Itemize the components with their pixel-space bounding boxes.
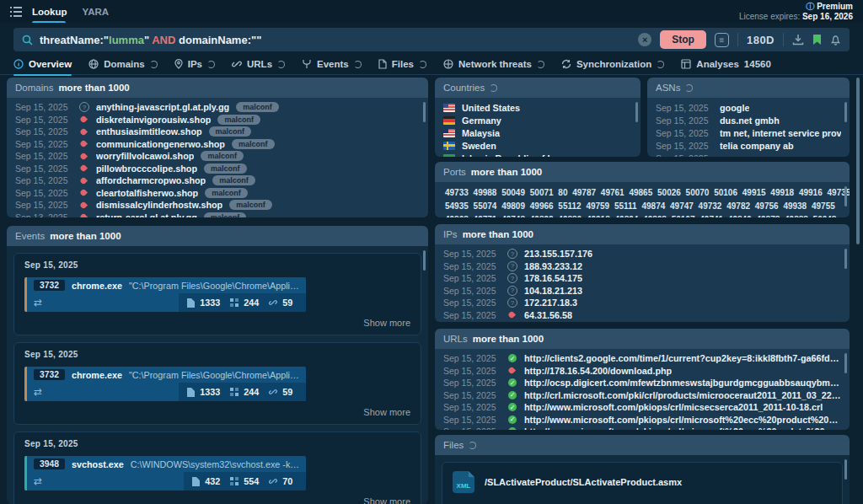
- tab-domains[interactable]: Domains: [88, 54, 158, 75]
- tab-files[interactable]: Files: [378, 54, 426, 75]
- country-row[interactable]: Germany: [435, 114, 641, 126]
- malconf-badge[interactable]: malconf: [201, 151, 244, 161]
- country-row[interactable]: United States: [435, 101, 641, 114]
- domain-row[interactable]: Sep 15, 2025 diskretainvigorousiw.shop m…: [7, 114, 428, 126]
- domain-row[interactable]: Sep 15, 2025 dismissalcylinderhostw.shop…: [7, 199, 428, 212]
- asn-row[interactable]: Sep 15, 2025 dus.net gmbh: [647, 114, 850, 126]
- url-row[interactable]: Sep 15, 2025 http://178.16.54.200/downlo…: [435, 365, 850, 378]
- url-row[interactable]: Sep 15, 2025 http://www.microsoft.com/pk…: [435, 414, 850, 426]
- period-selector[interactable]: 180D: [747, 34, 775, 46]
- ip-row[interactable]: Sep 15, 2025 172.217.18.3: [435, 297, 850, 309]
- malconf-badge[interactable]: malconf: [205, 188, 248, 198]
- url-row[interactable]: Sep 15, 2025 http://clients2.google.com/…: [435, 352, 850, 365]
- domain-row[interactable]: Sep 15, 2025 enthusiasimtitleow.shop mal…: [7, 126, 428, 138]
- panel-scrollbar[interactable]: [844, 459, 847, 480]
- license-label: License expires:: [739, 12, 800, 21]
- ip-row[interactable]: Sep 15, 2025 64.31.56.58: [435, 309, 850, 322]
- tab-events[interactable]: Events: [302, 54, 362, 75]
- search-bar[interactable]: threatName:"lumma" AND domainName:"" × S…: [13, 28, 850, 51]
- malconf-badge[interactable]: malconf: [229, 200, 272, 210]
- panel-scrollbar[interactable]: [844, 186, 847, 206]
- ip-row[interactable]: Sep 15, 2025 188.93.233.12: [435, 260, 850, 273]
- panel-scrollbar[interactable]: [423, 250, 426, 271]
- show-more-link[interactable]: Show more: [24, 496, 410, 504]
- file-card[interactable]: XML /SLActivateProduct/SLActivateProduct…: [442, 462, 843, 504]
- process-row[interactable]: 3732 chrome.exe "C:\Program Files\Google…: [24, 277, 306, 312]
- xml-file-icon: XML: [453, 471, 474, 493]
- malconf-badge[interactable]: malconf: [209, 126, 252, 137]
- domain-row[interactable]: Sep 15, 2025 affordcharmcropwo.shop malc…: [7, 174, 428, 187]
- malconf-badge[interactable]: malconf: [204, 164, 247, 174]
- page-scrollbar[interactable]: [856, 78, 860, 244]
- panel-scrollbar[interactable]: [844, 353, 847, 373]
- panel-scrollbar[interactable]: [844, 249, 847, 269]
- search-input[interactable]: threatName:"lumma" AND domainName:"": [40, 34, 630, 46]
- nav-lookup[interactable]: Lookup: [32, 0, 67, 23]
- download-icon[interactable]: [792, 34, 804, 46]
- domain-row[interactable]: Sep 15, 2025 cleartotalfisherwo.shop mal…: [7, 187, 428, 200]
- bookmark-icon[interactable]: [812, 34, 822, 46]
- domain-row[interactable]: Sep 13, 2025 return-carol.gl.at.ply.gg m…: [7, 212, 428, 218]
- tab-bar: Overview Domains IPs URLs Events Files N…: [0, 54, 863, 75]
- swap-arrows-icon: ⇄: [27, 297, 42, 308]
- country-row[interactable]: Islamic Republic of Iran: [435, 152, 641, 157]
- sync-icon: [561, 59, 571, 69]
- file-path: /SLActivateProduct/SLActivateProduct.asm…: [485, 477, 682, 487]
- bell-icon[interactable]: [830, 34, 841, 46]
- malconf-badge[interactable]: malconf: [217, 115, 260, 125]
- tab-synchronization[interactable]: Synchronization: [561, 54, 664, 75]
- clear-search-icon[interactable]: ×: [638, 33, 651, 46]
- tab-urls[interactable]: URLs: [232, 54, 285, 75]
- url-row[interactable]: Sep 15, 2025 http://crl.microsoft.com/pk…: [435, 389, 850, 402]
- malconf-badge[interactable]: malconf: [236, 102, 279, 112]
- url-row[interactable]: Sep 15, 2025 http://www.microsoft.com/pk…: [435, 426, 850, 430]
- query-report-icon[interactable]: ≡: [715, 33, 729, 47]
- malconf-badge[interactable]: malconf: [204, 212, 247, 217]
- domain-row[interactable]: Sep 15, 2025 anything-javascript.gl.at.p…: [7, 101, 428, 114]
- query-token: lumma: [109, 34, 144, 46]
- panel-scrollbar[interactable]: [423, 102, 426, 122]
- query-token: domainName:"": [175, 34, 261, 46]
- ip-row[interactable]: Sep 15, 2025 213.155.157.176: [435, 248, 850, 260]
- show-more-link[interactable]: Show more: [24, 407, 410, 417]
- asn-row[interactable]: Sep 15, 2025 telia company ab: [647, 139, 850, 152]
- ports-row[interactable]: 49733 49988 50049 50071 80 49787 49761 4…: [435, 186, 850, 200]
- asn-row[interactable]: Sep 15, 2025 tm net, internet service pr…: [647, 126, 850, 139]
- files-count-icon: [187, 298, 195, 308]
- modules-count: 244: [244, 387, 259, 397]
- panel-scrollbar[interactable]: [844, 102, 847, 122]
- country-flag-icon: [443, 104, 455, 112]
- event-date: Sep 15, 2025: [24, 260, 410, 270]
- domain-row[interactable]: Sep 15, 2025 communicationgenerwo.shop m…: [7, 138, 428, 151]
- tab-network-threats[interactable]: Network threats: [443, 54, 544, 75]
- country-row[interactable]: Sweden: [435, 139, 641, 152]
- ports-row[interactable]: 49868 49771 49748 49892 49886 49918 4989…: [435, 213, 850, 217]
- domain-row[interactable]: Sep 15, 2025 worryfillvolcawoi.shop malc…: [7, 150, 428, 163]
- url-row[interactable]: Sep 15, 2025 http://www.microsoft.com/pk…: [435, 401, 850, 414]
- ip-row[interactable]: Sep 15, 2025 178.16.54.175: [435, 272, 850, 285]
- show-more-link[interactable]: Show more: [24, 318, 410, 328]
- ports-row[interactable]: 54935 55074 49809 49966 55112 49759 5511…: [435, 200, 850, 213]
- ip-row[interactable]: Sep 15, 2025 198.16.70.82: [435, 321, 850, 322]
- process-row[interactable]: 3948 svchost.exe C:\WINDOWS\system32\svc…: [24, 456, 306, 491]
- malconf-badge[interactable]: malconf: [232, 139, 275, 149]
- domain-row[interactable]: Sep 15, 2025 pillowbrocccolipe.shop malc…: [7, 163, 428, 175]
- domain-value: worryfillvolcawoi.shop: [96, 151, 194, 161]
- ip-row[interactable]: Sep 15, 2025 104.18.21.213: [435, 285, 850, 298]
- country-row[interactable]: Malaysia: [435, 126, 641, 139]
- tab-overview[interactable]: Overview: [13, 54, 72, 75]
- nav-yara[interactable]: YARA: [83, 0, 110, 23]
- panel-scrollbar[interactable]: [635, 102, 638, 122]
- asn-row[interactable]: Sep 15, 2025: [647, 152, 850, 157]
- stop-button[interactable]: Stop: [660, 30, 706, 49]
- countries-panel-header: Countries: [435, 78, 641, 98]
- process-row[interactable]: 3732 chrome.exe "C:\Program Files\Google…: [24, 367, 306, 401]
- tab-analyses[interactable]: Analyses 14560: [681, 54, 771, 75]
- tab-ips[interactable]: IPs: [174, 54, 215, 75]
- malconf-badge[interactable]: malconf: [212, 175, 255, 185]
- event-counters: 432 554 70: [184, 472, 306, 491]
- files-count-icon: [192, 477, 200, 486]
- url-row[interactable]: Sep 15, 2025 http://ocsp.digicert.com/mf…: [435, 377, 850, 389]
- asn-row[interactable]: Sep 15, 2025 google: [647, 101, 850, 114]
- menu-icon[interactable]: [10, 7, 22, 17]
